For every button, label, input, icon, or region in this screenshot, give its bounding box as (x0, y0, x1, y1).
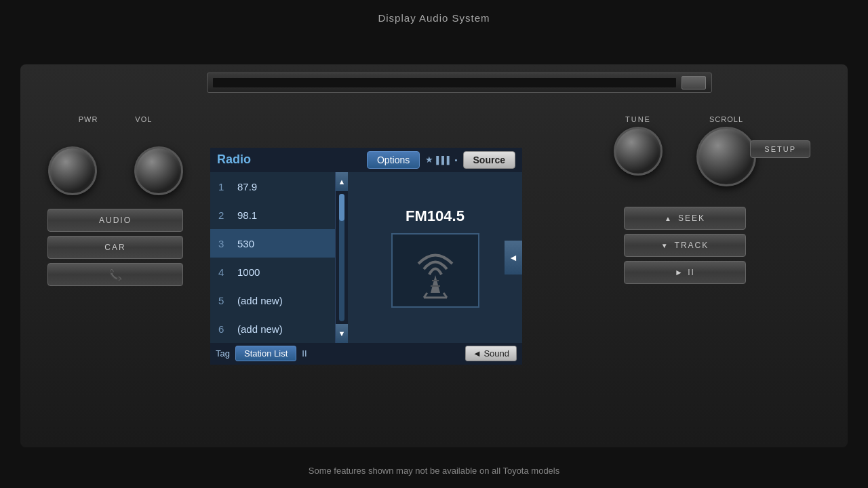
screen-topbar: Radio Options ★ ▌▌▌ ▪ Source (210, 148, 522, 173)
display-screen: Radio Options ★ ▌▌▌ ▪ Source 1 87.9 (210, 148, 522, 365)
phone-button[interactable]: 📞 (47, 263, 183, 286)
left-controls-panel: PWR VOL AUDIO CAR 📞 (20, 64, 210, 447)
right-side-buttons: ▲ SEEK ▼ TRACK ► II (624, 207, 746, 284)
track-down-icon: ▼ (661, 242, 669, 249)
station-item[interactable]: 4 1000 (210, 258, 335, 286)
sound-button[interactable]: ◄ Sound (465, 346, 517, 361)
pause-button[interactable]: II (302, 348, 307, 359)
phone-icon: 📞 (108, 268, 122, 281)
pwr-label: PWR (79, 115, 98, 123)
tune-knob[interactable] (614, 127, 663, 176)
scroll-up-button[interactable]: ▲ (336, 172, 348, 191)
car-button[interactable]: CAR (47, 236, 183, 259)
seek-button[interactable]: ▲ SEEK (624, 207, 746, 230)
signal-icon: ▌▌▌ (436, 156, 452, 164)
seek-label: SEEK (678, 214, 705, 223)
svg-marker-0 (431, 275, 440, 293)
station-item[interactable]: 1 87.9 (210, 172, 335, 201)
options-button[interactable]: Options (367, 151, 420, 169)
station-art-box (391, 233, 479, 308)
head-unit: PWR VOL AUDIO CAR 📞 Radio Options ★ (20, 64, 848, 447)
scroll-track (339, 194, 344, 321)
frequency-display: FM104.5 (406, 207, 465, 225)
tag-button[interactable]: Tag (216, 348, 230, 359)
battery-icon: ▪ (455, 156, 458, 164)
knobs-row (48, 146, 183, 195)
station-list-area: 1 87.9 2 98.1 3 530 4 10 (210, 172, 348, 343)
left-buttons: AUDIO CAR 📞 (47, 209, 183, 286)
right-controls-panel: SETUP TUNE SCROLL ▲ SEEK ▼ (522, 64, 848, 447)
tune-label: TUNE (614, 115, 663, 123)
audio-button[interactable]: AUDIO (47, 209, 183, 232)
setup-button[interactable]: SETUP (750, 140, 810, 158)
screen-area: Radio Options ★ ▌▌▌ ▪ Source 1 87.9 (210, 148, 522, 365)
screen-content: 1 87.9 2 98.1 3 530 4 10 (210, 172, 522, 343)
station-list: 1 87.9 2 98.1 3 530 4 10 (210, 172, 336, 343)
vol-knob[interactable] (134, 146, 183, 195)
play-pause-button[interactable]: ► II (624, 261, 746, 284)
scroll-down-button[interactable]: ▼ (336, 324, 348, 343)
station-item-active[interactable]: 3 530 (210, 229, 335, 258)
station-list-button[interactable]: Station List (235, 346, 296, 361)
scroll-label: SCROLL (696, 115, 756, 123)
radio-title: Radio (217, 152, 361, 167)
track-label: TRACK (675, 241, 709, 250)
list-scroll: ▲ ▼ (336, 172, 348, 343)
disclaimer-text: Some features shown may not be available… (0, 466, 868, 476)
source-button[interactable]: Source (463, 151, 515, 169)
seek-up-icon: ▲ (665, 215, 673, 222)
vol-label: VOL (135, 115, 152, 123)
bluetooth-icon: ★ (425, 155, 433, 165)
scroll-thumb (339, 194, 344, 221)
scroll-knob[interactable] (696, 127, 756, 186)
page-title: Display Audio System (0, 12, 868, 24)
now-playing-panel: FM104.5 (348, 172, 522, 343)
station-item-add-2[interactable]: 6 (add new) (210, 314, 335, 343)
track-button[interactable]: ▼ TRACK (624, 234, 746, 257)
status-icons: ★ ▌▌▌ ▪ (425, 155, 457, 165)
pwr-knob[interactable] (48, 146, 97, 195)
radio-tower-icon (405, 240, 466, 301)
next-arrow-button[interactable]: ◄ (505, 241, 522, 274)
screen-bottombar: Tag Station List II ◄ Sound (210, 343, 522, 364)
station-item-add-1[interactable]: 5 (add new) (210, 286, 335, 314)
station-item[interactable]: 2 98.1 (210, 201, 335, 229)
